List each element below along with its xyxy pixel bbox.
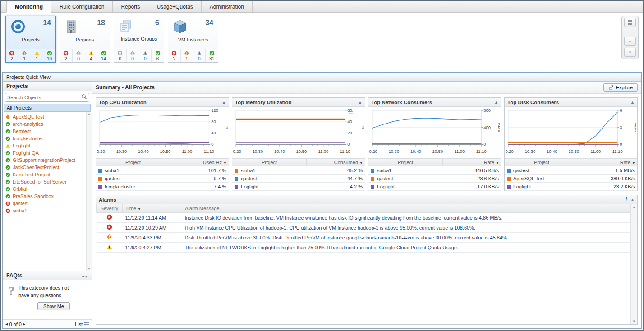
chart-table-row[interactable]: ApexSQL Test389.0 KB/s — [505, 175, 637, 183]
search-input[interactable] — [7, 95, 81, 100]
chart-table-row[interactable]: Foglight4.2 % — [232, 183, 365, 191]
cpu-utilization-chart: 0408012010:2010:3010:4010:5011:0011:10% — [96, 107, 229, 158]
sidebar-item-project[interactable]: arch-analytics — [4, 120, 86, 128]
project-list-scrollbar[interactable]: ▲▼ — [86, 112, 92, 271]
tiles-scroll-down-button[interactable]: ▼ — [624, 48, 636, 57]
warning-status-icon — [5, 143, 10, 148]
faqts-body: ? This category does not have any questi… — [3, 280, 92, 319]
status-count: 2 — [65, 56, 68, 61]
scroll-down-icon[interactable]: ▼ — [632, 319, 636, 323]
search-icon[interactable] — [81, 94, 87, 101]
alarms-col-time[interactable]: Time ▼ — [123, 204, 182, 213]
scroll-up-icon[interactable]: ▲ — [632, 205, 636, 209]
sidebar-item-project[interactable]: LiteSpeed for Sql Server — [4, 178, 86, 185]
chart-col-value[interactable]: Consumed ▼ — [307, 159, 365, 166]
alarm-row[interactable]: 11/9/20 4:33 PMDisk Throttled PerVM is a… — [97, 233, 630, 243]
chart-table-row[interactable]: sinba145.2 % — [232, 166, 365, 175]
chart-table-row[interactable]: qastest44.7 % — [232, 175, 365, 183]
alarm-message: High VM Instance CPU Utilization of hado… — [182, 223, 630, 233]
sort-desc-icon: ▼ — [359, 161, 363, 165]
sidebar-item-project[interactable]: Orbital — [4, 185, 86, 193]
sidebar-item-project[interactable]: Foglight — [4, 142, 86, 149]
collapse-icon[interactable]: ▲ — [630, 100, 635, 105]
chart-table-row[interactable]: sinba1446.5 KB/s — [368, 166, 501, 175]
tab-rule-configuration[interactable]: Rule Configuration — [51, 1, 113, 12]
chart-col-project[interactable]: Project — [96, 159, 170, 166]
vm-instances-icon — [173, 19, 187, 36]
chart-col-project[interactable]: Project — [505, 159, 579, 166]
chart-col-value[interactable]: Rate ▼ — [443, 159, 501, 166]
collapse-icon[interactable]: ▲ — [222, 100, 226, 105]
sidebar-item-project[interactable]: qastest — [4, 200, 86, 207]
tile-regions[interactable]: 18 Regions 20414 — [60, 16, 110, 63]
info-icon[interactable]: i — [626, 196, 627, 203]
chart-table-row[interactable]: qastest1.5 MB/s — [505, 166, 637, 175]
show-me-button[interactable]: Show Me — [37, 302, 70, 310]
pager-prev-icon[interactable]: ◀ — [5, 322, 8, 326]
chart-table-row[interactable]: Foglight17.0 KB/s — [368, 183, 501, 191]
tab-monitoring[interactable]: Monitoring — [6, 1, 51, 13]
chart-col-project[interactable]: Project — [232, 159, 307, 166]
sidebar-item-project[interactable]: JackChenTestProject — [4, 164, 86, 171]
chart-table: ProjectRate ▼qastest1.5 MB/sApexSQL Test… — [505, 158, 637, 191]
chart-col-project[interactable]: Project — [368, 159, 443, 166]
chart-col-value[interactable]: Used Hz ▼ — [170, 159, 229, 166]
regions-icon — [64, 19, 78, 36]
sidebar-item-project[interactable]: Bemtest — [4, 128, 86, 135]
quick-view-body: Projects All Projects ApexSQL Testarch-a… — [3, 82, 641, 328]
status-critical: 1 — [180, 49, 193, 62]
collapse-icon[interactable]: ▲ — [494, 100, 498, 105]
project-name: sinba1 — [241, 168, 255, 173]
svg-text:10:30: 10:30 — [116, 149, 127, 154]
tile-vm-instances[interactable]: 34 VM Instances 21031 — [168, 16, 218, 63]
sidebar-item-project[interactable]: Foglight QA — [4, 149, 86, 156]
tab-reports[interactable]: Reports — [113, 1, 148, 12]
alarm-row[interactable]: 11/9/20 4:27 PMThe utilization of NETWOR… — [97, 243, 630, 253]
alarm-row[interactable]: 11/12/20 11:14 AMInstance Disk IO deviat… — [97, 213, 630, 223]
sidebar-item-project[interactable]: fcmgkecluster — [4, 135, 86, 142]
scroll-up-icon[interactable]: ▲ — [87, 112, 91, 116]
alarms-col-message[interactable]: Alarm Message — [182, 204, 630, 213]
tile-instance-groups[interactable]: 6 Instance Groups 0006 — [114, 16, 164, 63]
metric-value: 389.0 KB/s — [579, 175, 637, 183]
explore-button[interactable]: Explore — [603, 83, 638, 92]
faqts-header: FAQts ⌄⌄ — [3, 271, 92, 280]
chart-menu-icon[interactable] — [349, 109, 353, 115]
chart-table-row[interactable]: sinba1101.7 % — [96, 166, 229, 175]
tab-administration[interactable]: Administration — [202, 1, 253, 12]
project-name: Foglight — [377, 184, 395, 189]
sidebar-item-project[interactable]: Karo Test Project — [4, 171, 86, 178]
chart-table-row[interactable]: Foglight23.2 KB/s — [505, 183, 637, 191]
sort-desc-icon: ▼ — [496, 161, 499, 165]
chart-table-row[interactable]: qastest9.7 % — [96, 175, 229, 183]
svg-text:0: 0 — [347, 142, 350, 147]
alarms-col-severity[interactable]: Severity — [97, 204, 123, 213]
scroll-down-icon[interactable]: ▼ — [87, 267, 91, 271]
sidebar-item-project[interactable]: ApexSQL Test — [4, 113, 86, 120]
sidebar-item-project[interactable]: PreSales Sandbox — [4, 193, 86, 200]
disk-consumers-chart: 03610:2010:3010:4010:5011:0011:10MB/s — [505, 107, 637, 158]
svg-text:10:50: 10:50 — [160, 149, 171, 154]
project-name: Karo Test Project — [13, 172, 51, 177]
pager-next-icon[interactable]: ▶ — [23, 322, 25, 326]
chart-table-row[interactable]: qastest28.6 KB/s — [368, 175, 501, 183]
collapse-icon[interactable]: ▲ — [358, 100, 362, 105]
tile-status-row: 20414 — [60, 49, 110, 62]
svg-text:10:40: 10:40 — [547, 149, 557, 154]
svg-text:10:50: 10:50 — [432, 149, 443, 154]
tile-view-toggle-button[interactable] — [624, 18, 636, 27]
chart-table-row[interactable]: fcmgkecluster7.4 % — [96, 183, 229, 191]
tiles-scroll-up-button[interactable]: ▲ — [624, 37, 636, 46]
faqts-collapse-icon[interactable]: ⌄⌄ — [81, 273, 88, 278]
svg-text:11:10: 11:10 — [204, 149, 214, 154]
tile-projects[interactable]: 14 Projects 21110 — [5, 16, 56, 63]
tab-usage-quotas[interactable]: Usage+Quotas — [148, 1, 201, 12]
alarms-scrollbar[interactable]: ▲ ▼ — [630, 204, 637, 324]
sidebar-item-project[interactable]: sinba1 — [4, 207, 86, 214]
sidebar-item-all-projects[interactable]: All Projects — [4, 104, 91, 112]
collapse-icon[interactable]: ▲ — [630, 198, 635, 202]
alarm-row[interactable]: 11/12/20 10:29 AMHigh VM Instance CPU Ut… — [97, 223, 630, 233]
list-toggle[interactable]: List — [75, 322, 89, 327]
sidebar-item-project[interactable]: GitSupportIntegrationProject — [4, 156, 86, 164]
chart-col-value[interactable]: Rate ▼ — [579, 159, 637, 166]
